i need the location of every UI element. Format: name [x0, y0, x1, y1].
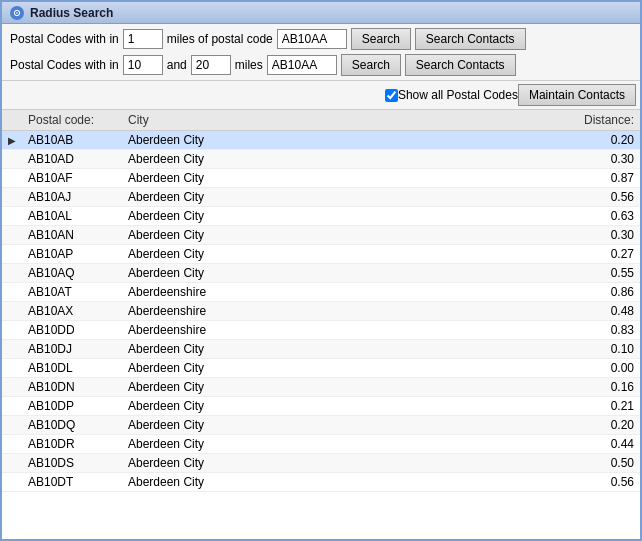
city-cell: Aberdeen City	[122, 454, 342, 473]
table-row[interactable]: AB10DNAberdeen City0.16	[2, 378, 640, 397]
city-cell: Aberdeen City	[122, 435, 342, 454]
distance-cell: 0.20	[342, 416, 640, 435]
distance-cell: 0.55	[342, 264, 640, 283]
row-indicator	[2, 264, 22, 283]
city-cell: Aberdeen City	[122, 397, 342, 416]
distance-header: Distance:	[342, 110, 640, 131]
table-row[interactable]: AB10ALAberdeen City0.63	[2, 207, 640, 226]
postal-code-cell: AB10AF	[22, 169, 122, 188]
distance-cell: 0.10	[342, 340, 640, 359]
table-body: ▶AB10ABAberdeen City0.20AB10ADAberdeen C…	[2, 131, 640, 492]
table-row[interactable]: AB10AJAberdeen City0.56	[2, 188, 640, 207]
row1-search-button[interactable]: Search	[351, 28, 411, 50]
distance-cell: 0.86	[342, 283, 640, 302]
table-row[interactable]: AB10DQAberdeen City0.20	[2, 416, 640, 435]
city-cell: Aberdeen City	[122, 264, 342, 283]
row2-search-button[interactable]: Search	[341, 54, 401, 76]
row1-postal-input[interactable]	[277, 29, 347, 49]
postal-code-cell: AB10AD	[22, 150, 122, 169]
table-row[interactable]: AB10AFAberdeen City0.87	[2, 169, 640, 188]
row-indicator	[2, 169, 22, 188]
postal-code-cell: AB10DD	[22, 321, 122, 340]
distance-cell: 0.27	[342, 245, 640, 264]
distance-cell: 0.83	[342, 321, 640, 340]
postal-code-cell: AB10DT	[22, 473, 122, 492]
postal-code-cell: AB10AQ	[22, 264, 122, 283]
postal-code-cell: AB10DJ	[22, 340, 122, 359]
maintain-contacts-button[interactable]: Maintain Contacts	[518, 84, 636, 106]
table-row[interactable]: AB10DSAberdeen City0.50	[2, 454, 640, 473]
distance-cell: 0.00	[342, 359, 640, 378]
table-row[interactable]: AB10DTAberdeen City0.56	[2, 473, 640, 492]
postal-code-cell: AB10AJ	[22, 188, 122, 207]
row2-input2[interactable]	[191, 55, 231, 75]
window-icon: ⊙	[10, 6, 24, 20]
table-row[interactable]: AB10DPAberdeen City0.21	[2, 397, 640, 416]
city-cell: Aberdeen City	[122, 378, 342, 397]
distance-cell: 0.20	[342, 131, 640, 150]
city-cell: Aberdeen City	[122, 473, 342, 492]
row2-input1[interactable]	[123, 55, 163, 75]
postal-code-cell: AB10AT	[22, 283, 122, 302]
postal-code-cell: AB10AB	[22, 131, 122, 150]
distance-cell: 0.44	[342, 435, 640, 454]
row1-input1[interactable]	[123, 29, 163, 49]
postal-code-header: Postal code:	[22, 110, 122, 131]
city-cell: Aberdeen City	[122, 226, 342, 245]
table-row[interactable]: AB10ANAberdeen City0.30	[2, 226, 640, 245]
city-cell: Aberdeen City	[122, 131, 342, 150]
options-row: Show all Postal Codes Maintain Contacts	[2, 81, 640, 110]
table-row[interactable]: AB10AXAberdeenshire0.48	[2, 302, 640, 321]
row-indicator: ▶	[2, 131, 22, 150]
distance-cell: 0.50	[342, 454, 640, 473]
row1-search-contacts-button[interactable]: Search Contacts	[415, 28, 526, 50]
postal-code-cell: AB10DQ	[22, 416, 122, 435]
postal-code-cell: AB10DP	[22, 397, 122, 416]
results-table-container: Postal code: City Distance: ▶AB10ABAberd…	[2, 110, 640, 539]
table-row[interactable]: AB10DRAberdeen City0.44	[2, 435, 640, 454]
table-row[interactable]: AB10AQAberdeen City0.55	[2, 264, 640, 283]
city-cell: Aberdeen City	[122, 416, 342, 435]
table-row[interactable]: AB10DDAberdeenshire0.83	[2, 321, 640, 340]
postal-code-cell: AB10AP	[22, 245, 122, 264]
distance-cell: 0.56	[342, 188, 640, 207]
distance-cell: 0.30	[342, 150, 640, 169]
row1-label2: miles of postal code	[167, 32, 273, 46]
postal-code-cell: AB10DL	[22, 359, 122, 378]
search-row-2: Postal Codes with in and miles Search Se…	[10, 54, 632, 76]
row-indicator	[2, 454, 22, 473]
row2-postal-input[interactable]	[267, 55, 337, 75]
window-title: Radius Search	[30, 6, 113, 20]
distance-cell: 0.87	[342, 169, 640, 188]
row-indicator	[2, 150, 22, 169]
row-indicator	[2, 283, 22, 302]
row2-search-contacts-button[interactable]: Search Contacts	[405, 54, 516, 76]
postal-code-cell: AB10DS	[22, 454, 122, 473]
table-row[interactable]: AB10ADAberdeen City0.30	[2, 150, 640, 169]
table-row[interactable]: ▶AB10ABAberdeen City0.20	[2, 131, 640, 150]
row-indicator	[2, 435, 22, 454]
table-row[interactable]: AB10APAberdeen City0.27	[2, 245, 640, 264]
row-indicator	[2, 321, 22, 340]
distance-cell: 0.30	[342, 226, 640, 245]
row2-label2: miles	[235, 58, 263, 72]
show-all-checkbox[interactable]	[385, 89, 398, 102]
city-cell: Aberdeenshire	[122, 321, 342, 340]
title-bar: ⊙ Radius Search	[2, 2, 640, 24]
main-window: ⊙ Radius Search Postal Codes with in mil…	[0, 0, 642, 541]
city-cell: Aberdeen City	[122, 188, 342, 207]
city-cell: Aberdeen City	[122, 359, 342, 378]
row2-label1: Postal Codes with in	[10, 58, 119, 72]
row-indicator	[2, 226, 22, 245]
table-row[interactable]: AB10DLAberdeen City0.00	[2, 359, 640, 378]
city-cell: Aberdeen City	[122, 169, 342, 188]
city-cell: Aberdeen City	[122, 245, 342, 264]
table-row[interactable]: AB10ATAberdeenshire0.86	[2, 283, 640, 302]
row-indicator	[2, 188, 22, 207]
city-cell: Aberdeen City	[122, 340, 342, 359]
row-indicator	[2, 302, 22, 321]
postal-code-cell: AB10AX	[22, 302, 122, 321]
table-row[interactable]: AB10DJAberdeen City0.10	[2, 340, 640, 359]
row1-label1: Postal Codes with in	[10, 32, 119, 46]
distance-cell: 0.56	[342, 473, 640, 492]
